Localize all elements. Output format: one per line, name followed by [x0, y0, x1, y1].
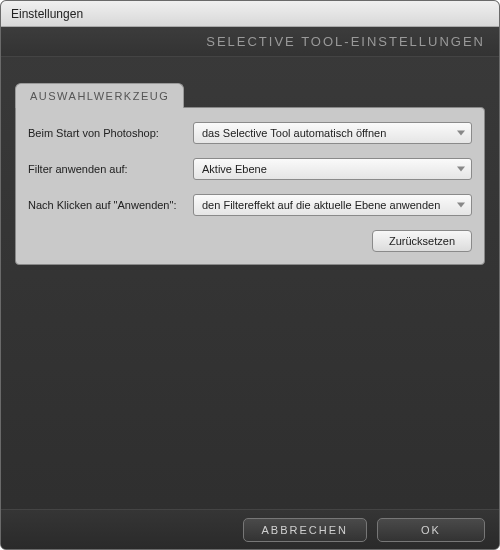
- settings-window: Einstellungen SELECTIVE TOOL-EINSTELLUNG…: [0, 0, 500, 550]
- reset-button[interactable]: Zurücksetzen: [372, 230, 472, 252]
- cancel-button-label: ABBRECHEN: [262, 524, 348, 536]
- label-filter-target: Filter anwenden auf:: [28, 163, 183, 175]
- select-startup[interactable]: das Selective Tool automatisch öffnen: [193, 122, 472, 144]
- tab-selection-tool[interactable]: AUSWAHLWERKZEUG: [15, 83, 184, 108]
- reset-button-label: Zurücksetzen: [389, 235, 455, 247]
- select-filter-target[interactable]: Aktive Ebene: [193, 158, 472, 180]
- row-filter-target: Filter anwenden auf: Aktive Ebene: [28, 158, 472, 180]
- titlebar: Einstellungen: [1, 1, 499, 27]
- tab-label: AUSWAHLWERKZEUG: [30, 90, 169, 102]
- label-on-apply: Nach Klicken auf "Anwenden":: [28, 199, 183, 211]
- content-area: AUSWAHLWERKZEUG Beim Start von Photoshop…: [1, 57, 499, 509]
- subheader-text: SELECTIVE TOOL-EINSTELLUNGEN: [206, 34, 485, 49]
- footer: ABBRECHEN OK: [1, 509, 499, 549]
- select-on-apply[interactable]: den Filtereffekt auf die aktuelle Ebene …: [193, 194, 472, 216]
- select-filter-target-value: Aktive Ebene: [202, 163, 267, 175]
- select-startup-value: das Selective Tool automatisch öffnen: [202, 127, 386, 139]
- window-title: Einstellungen: [11, 7, 83, 21]
- settings-panel: Beim Start von Photoshop: das Selective …: [15, 107, 485, 265]
- cancel-button[interactable]: ABBRECHEN: [243, 518, 367, 542]
- ok-button[interactable]: OK: [377, 518, 485, 542]
- reset-row: Zurücksetzen: [28, 230, 472, 252]
- select-on-apply-value: den Filtereffekt auf die aktuelle Ebene …: [202, 199, 440, 211]
- label-startup: Beim Start von Photoshop:: [28, 127, 183, 139]
- subheader: SELECTIVE TOOL-EINSTELLUNGEN: [1, 27, 499, 57]
- row-startup: Beim Start von Photoshop: das Selective …: [28, 122, 472, 144]
- row-on-apply: Nach Klicken auf "Anwenden": den Filtere…: [28, 194, 472, 216]
- ok-button-label: OK: [421, 524, 441, 536]
